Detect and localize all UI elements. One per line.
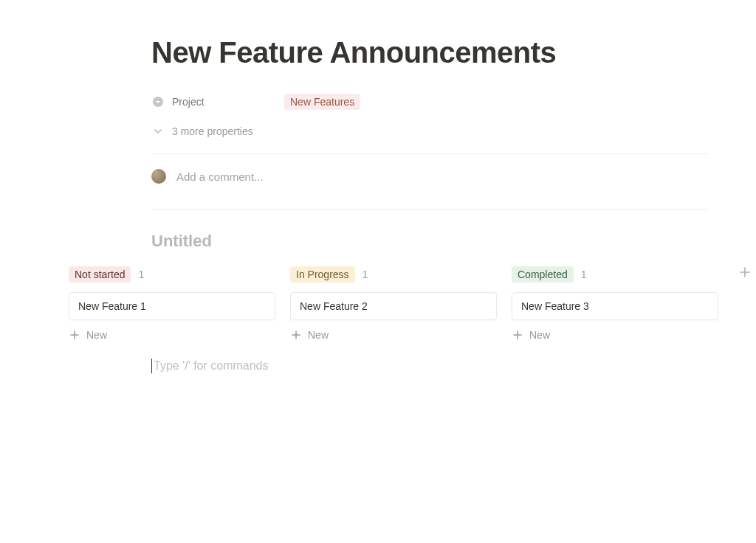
database-title[interactable]: Untitled — [151, 232, 709, 251]
column-header[interactable]: In Progress 1 — [290, 264, 497, 285]
column-header[interactable]: Completed 1 — [512, 264, 718, 285]
select-chevron-icon — [151, 95, 165, 108]
page-header: New Feature Announcements Project New Fe… — [151, 0, 709, 251]
new-card-button[interactable]: New — [290, 329, 497, 341]
new-card-label: New — [86, 329, 107, 341]
new-card-button[interactable]: New — [512, 329, 718, 341]
board-columns: Not started 1 New Feature 1 New In Progr… — [0, 264, 756, 341]
board-column-completed: Completed 1 New Feature 3 New — [512, 264, 718, 341]
property-label-wrap: Project — [151, 95, 284, 108]
page-title[interactable]: New Feature Announcements — [151, 0, 709, 69]
property-project[interactable]: Project New Features — [151, 90, 709, 114]
more-properties-toggle[interactable]: 3 more properties — [151, 120, 709, 143]
plus-icon — [290, 329, 302, 341]
board-card[interactable]: New Feature 2 — [290, 292, 497, 320]
comment-placeholder: Add a comment... — [176, 170, 264, 183]
status-pill: In Progress — [290, 266, 355, 283]
board-column-not-started: Not started 1 New Feature 1 New — [69, 264, 275, 341]
plus-icon — [738, 266, 752, 279]
avatar — [151, 169, 166, 184]
column-header[interactable]: Not started 1 — [69, 264, 275, 285]
new-card-label: New — [529, 329, 550, 341]
column-count: 1 — [138, 269, 144, 280]
chevron-down-icon — [151, 125, 165, 138]
add-column-button[interactable] — [738, 266, 752, 279]
divider — [151, 209, 709, 210]
page: New Feature Announcements Project New Fe… — [0, 0, 756, 543]
plus-icon — [69, 329, 80, 341]
column-count: 1 — [581, 269, 587, 280]
status-pill: Completed — [512, 266, 574, 283]
properties-section: Project New Features 3 more properties — [151, 90, 709, 143]
board: Not started 1 New Feature 1 New In Progr… — [0, 264, 756, 341]
board-card[interactable]: New Feature 3 — [512, 292, 718, 320]
editor-area[interactable]: Type '/' for commands — [151, 359, 709, 373]
board-card[interactable]: New Feature 1 — [69, 292, 275, 320]
property-value-tag[interactable]: New Features — [284, 94, 360, 110]
board-column-in-progress: In Progress 1 New Feature 2 New — [290, 264, 497, 341]
comment-row[interactable]: Add a comment... — [151, 154, 709, 198]
plus-icon — [512, 329, 523, 341]
new-card-label: New — [308, 329, 329, 341]
text-caret — [151, 359, 152, 373]
status-pill: Not started — [69, 266, 131, 283]
new-card-button[interactable]: New — [69, 329, 275, 341]
property-label: Project — [172, 96, 205, 108]
slash-hint: Type '/' for commands — [151, 359, 709, 373]
more-properties-label: 3 more properties — [172, 125, 253, 137]
column-count: 1 — [362, 269, 368, 280]
